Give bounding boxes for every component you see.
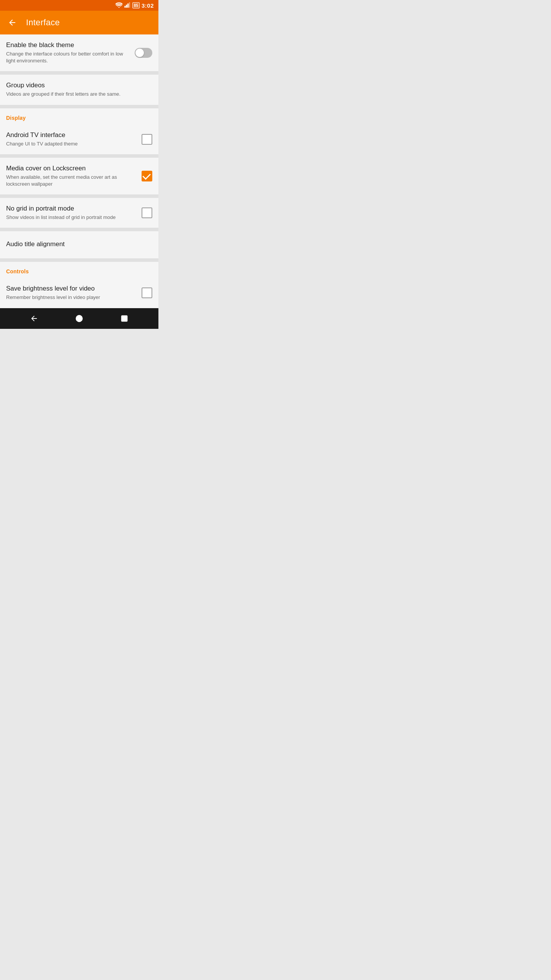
setting-text-no-grid: No grid in portrait mode Show videos in … [6,205,137,221]
svg-rect-3 [127,3,129,8]
checkbox-save-brightness[interactable] [142,287,152,298]
controls-section-header: Controls [0,262,158,278]
setting-item-no-grid[interactable]: No grid in portrait mode Show videos in … [0,198,158,228]
setting-item-group-videos[interactable]: Group videos Videos are grouped if their… [0,75,158,105]
controls-header-text: Controls [6,268,29,274]
setting-title-save-brightness: Save brightness level for video [6,285,137,292]
setting-title-audio-title: Audio title alignment [6,240,152,248]
setting-desc-no-grid: Show videos in list instead of grid in p… [6,214,137,221]
divider-6 [0,259,158,262]
setting-item-save-brightness[interactable]: Save brightness level for video Remember… [0,278,158,308]
status-icons: 85 3:02 [116,2,154,9]
svg-rect-1 [124,6,126,8]
setting-desc-android-tv: Change UI to TV adapted theme [6,140,137,147]
toggle-black-theme[interactable] [135,48,152,58]
svg-rect-6 [122,315,127,321]
setting-title-black-theme: Enable the black theme [6,41,130,49]
setting-item-android-tv[interactable]: Android TV interface Change UI to TV ada… [0,124,158,155]
divider-4 [0,195,158,198]
divider-2 [0,105,158,108]
checkbox-no-grid[interactable] [142,207,152,218]
setting-item-audio-title[interactable]: Audio title alignment [0,231,158,259]
display-section-header: Display [0,108,158,124]
setting-desc-black-theme: Change the interface colours for better … [6,51,130,64]
battery-icon: 85 [132,2,140,8]
divider-5 [0,228,158,231]
checkbox-media-cover[interactable] [142,171,152,181]
setting-desc-media-cover: When available, set the current media co… [6,174,137,188]
nav-back-button[interactable] [27,312,41,325]
setting-title-android-tv: Android TV interface [6,131,137,139]
svg-point-5 [76,315,83,322]
setting-text-media-cover: Media cover on Lockscreen When available… [6,165,137,188]
toggle-knob [135,49,144,57]
nav-bar [0,308,158,329]
svg-rect-2 [126,5,127,8]
setting-desc-save-brightness: Remember brightness level in video playe… [6,294,137,301]
page-title: Interface [26,18,60,28]
setting-text-android-tv: Android TV interface Change UI to TV ada… [6,131,137,147]
setting-title-no-grid: No grid in portrait mode [6,205,137,212]
battery-level: 85 [134,3,138,8]
setting-item-media-cover[interactable]: Media cover on Lockscreen When available… [0,158,158,195]
setting-title-group-videos: Group videos [6,82,152,89]
svg-rect-4 [129,2,130,8]
setting-text-black-theme: Enable the black theme Change the interf… [6,41,130,64]
divider-3 [0,155,158,158]
setting-desc-group-videos: Videos are grouped if their first letter… [6,91,152,98]
divider-1 [0,72,158,75]
app-bar: Interface [0,11,158,34]
nav-recents-button[interactable] [117,312,131,325]
wifi-icon [116,2,122,9]
setting-item-black-theme[interactable]: Enable the black theme Change the interf… [0,34,158,72]
status-time: 3:02 [142,2,154,9]
setting-title-media-cover: Media cover on Lockscreen [6,165,137,172]
setting-text-audio-title: Audio title alignment [6,240,152,250]
nav-home-button[interactable] [72,312,86,325]
setting-text-save-brightness: Save brightness level for video Remember… [6,285,137,301]
back-button[interactable] [6,16,18,29]
setting-text-group-videos: Group videos Videos are grouped if their… [6,82,152,98]
display-header-text: Display [6,115,26,121]
settings-content: Enable the black theme Change the interf… [0,34,158,308]
status-bar: 85 3:02 [0,0,158,11]
svg-point-0 [118,7,119,8]
signal-icon [124,2,130,9]
checkbox-android-tv[interactable] [142,134,152,145]
